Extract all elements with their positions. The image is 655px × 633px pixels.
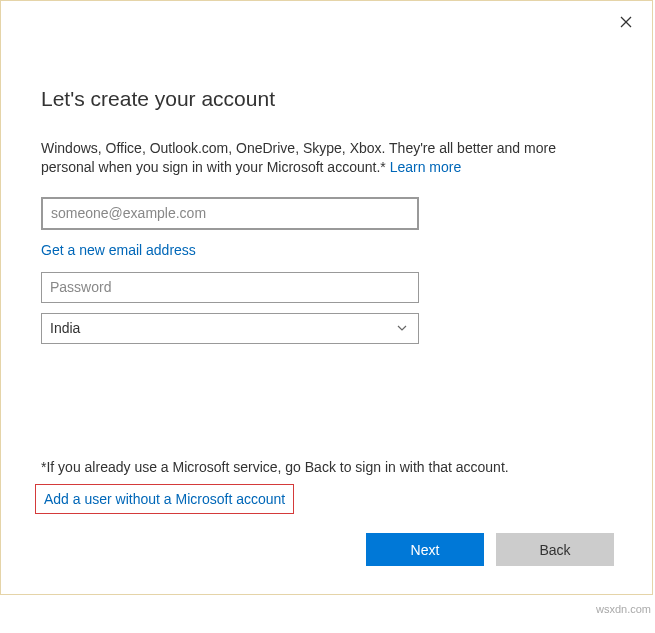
description-text: Windows, Office, Outlook.com, OneDrive, … [41,139,581,177]
add-user-highlight: Add a user without a Microsoft account [35,484,294,514]
page-title: Let's create your account [41,87,612,111]
button-row: Next Back [366,533,614,566]
next-button[interactable]: Next [366,533,484,566]
watermark-text: wsxdn.com [596,603,651,615]
footnote-text: *If you already use a Microsoft service,… [41,459,509,475]
add-user-without-account-link[interactable]: Add a user without a Microsoft account [44,491,285,507]
country-value: India [50,320,80,336]
country-select[interactable]: India [41,313,419,344]
create-account-dialog: Let's create your account Windows, Offic… [0,0,653,595]
email-field[interactable] [41,197,419,230]
password-field[interactable] [41,272,419,303]
learn-more-link[interactable]: Learn more [390,159,462,175]
chevron-down-icon [396,322,408,334]
close-button[interactable] [612,9,640,37]
new-email-link[interactable]: Get a new email address [41,242,612,258]
back-button[interactable]: Back [496,533,614,566]
description-body: Windows, Office, Outlook.com, OneDrive, … [41,140,556,175]
dialog-content: Let's create your account Windows, Offic… [1,1,652,344]
close-icon [620,14,632,32]
